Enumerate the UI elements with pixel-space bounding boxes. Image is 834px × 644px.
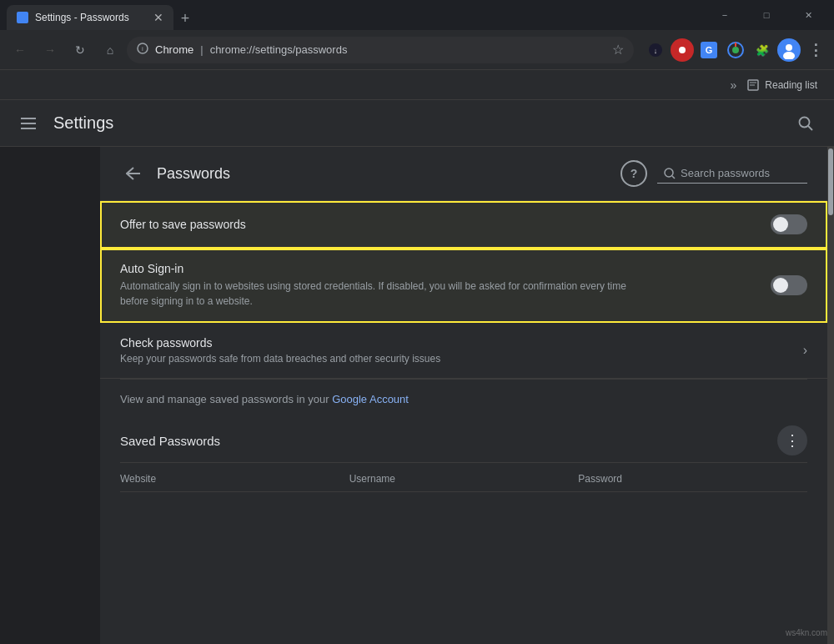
saved-passwords-label: Saved Passwords — [120, 434, 777, 448]
tab-close-button[interactable]: ✕ — [153, 11, 163, 24]
chrome-menu-icon[interactable]: ⋮ — [804, 38, 827, 62]
auto-signin-description: Automatically sign in to websites using … — [120, 279, 637, 309]
extension-download-icon[interactable]: ↓ — [644, 38, 667, 62]
settings-content: Passwords ? Search passwords Offe — [0, 147, 834, 644]
address-url: chrome://settings/passwords — [210, 43, 348, 56]
offer-save-slider — [771, 214, 807, 234]
close-button[interactable]: ✕ — [789, 2, 827, 28]
svg-point-21 — [800, 117, 810, 127]
passwords-header: Passwords ? Search passwords — [100, 147, 827, 201]
title-bar: Settings - Passwords ✕ + − □ ✕ — [0, 0, 834, 30]
back-button[interactable]: ← — [7, 37, 33, 63]
search-passwords-input[interactable]: Search passwords — [657, 164, 807, 184]
back-navigation-button[interactable] — [120, 160, 147, 187]
svg-text:i: i — [142, 45, 143, 53]
extension-chrome-icon[interactable] — [724, 38, 747, 62]
reading-list-label: Reading list — [765, 79, 817, 91]
column-website: Website — [120, 473, 349, 485]
forward-button[interactable]: → — [37, 37, 63, 63]
extension-record-icon[interactable] — [671, 38, 694, 62]
saved-passwords-header: Saved Passwords ⋮ — [120, 419, 807, 463]
settings-sections: Offer to save passwords Auto Sign-in Aut… — [100, 201, 827, 499]
saved-passwords-section: Saved Passwords ⋮ Website Username Passw… — [100, 412, 827, 499]
check-passwords-label: Check passwords — [120, 336, 803, 350]
extension-g-icon[interactable]: G — [697, 38, 721, 62]
svg-point-0 — [18, 13, 27, 22]
settings-page-title: Settings — [53, 113, 791, 133]
reading-list-bar: » Reading list — [0, 70, 834, 100]
bookmark-star-icon[interactable]: ☆ — [612, 42, 624, 58]
extensions-puzzle-icon[interactable]: 🧩 — [751, 38, 774, 62]
svg-point-13 — [786, 44, 792, 51]
tab-favicon — [17, 12, 28, 23]
scrollbar-thumb[interactable] — [828, 148, 833, 215]
search-passwords-placeholder: Search passwords — [681, 167, 770, 179]
home-button[interactable]: ⌂ — [97, 37, 123, 63]
reading-list-button[interactable]: Reading list — [740, 75, 824, 95]
address-brand: Chrome — [155, 43, 193, 56]
new-tab-button[interactable]: + — [173, 7, 197, 30]
help-button[interactable]: ? — [620, 160, 647, 187]
tab-title: Settings - Passwords — [35, 12, 147, 23]
toolbar-extensions: ↓ G 🧩 — [644, 38, 827, 62]
svg-point-10 — [732, 47, 739, 53]
profile-avatar[interactable] — [777, 38, 801, 62]
column-password: Password — [578, 473, 807, 485]
maximize-button[interactable]: □ — [747, 2, 786, 28]
svg-text:G: G — [706, 45, 713, 55]
watermark: ws4kn.com — [786, 628, 827, 637]
svg-text:↓: ↓ — [654, 47, 658, 55]
google-account-link[interactable]: Google Account — [332, 393, 409, 405]
browser-frame: Settings - Passwords ✕ + − □ ✕ ← → ↻ ⌂ i… — [0, 0, 834, 644]
passwords-page-title: Passwords — [157, 165, 620, 183]
minimize-button[interactable]: − — [706, 2, 744, 28]
check-passwords-chevron-icon: › — [803, 343, 807, 358]
reading-list-chevron[interactable]: » — [731, 78, 737, 92]
main-panel: Passwords ? Search passwords Offe — [100, 147, 827, 644]
svg-line-25 — [672, 176, 675, 179]
svg-line-22 — [808, 126, 812, 130]
address-bar-right: ☆ — [612, 42, 624, 58]
svg-point-24 — [665, 169, 673, 177]
auto-signin-slider — [771, 275, 807, 295]
offer-save-content: Offer to save passwords — [120, 218, 771, 231]
hamburger-menu-button[interactable] — [13, 108, 43, 138]
site-security-icon: i — [137, 43, 148, 57]
auto-signin-label: Auto Sign-in — [120, 262, 771, 275]
auto-signin-content: Auto Sign-in Automatically sign in to we… — [120, 262, 771, 309]
saved-passwords-more-button[interactable]: ⋮ — [777, 425, 807, 455]
offer-save-label: Offer to save passwords — [120, 218, 771, 231]
settings-sidebar — [0, 147, 100, 644]
column-username: Username — [349, 473, 579, 485]
auto-signin-row[interactable]: Auto Sign-in Automatically sign in to we… — [100, 249, 827, 323]
offer-save-toggle[interactable] — [771, 214, 807, 234]
check-passwords-content: Check passwords Keep your passwords safe… — [120, 336, 803, 365]
offer-save-passwords-row[interactable]: Offer to save passwords — [100, 201, 827, 249]
passwords-table-header: Website Username Password — [120, 463, 807, 492]
google-account-prefix: View and manage saved passwords in your — [120, 393, 332, 405]
address-separator: | — [200, 43, 203, 56]
google-account-row: View and manage saved passwords in your … — [100, 380, 827, 412]
active-tab[interactable]: Settings - Passwords ✕ — [7, 5, 173, 30]
browser-toolbar: ← → ↻ ⌂ i Chrome | chrome://settings/pas… — [0, 30, 834, 70]
reload-button[interactable]: ↻ — [67, 37, 93, 63]
check-passwords-row[interactable]: Check passwords Keep your passwords safe… — [100, 323, 827, 379]
auto-signin-toggle[interactable] — [771, 275, 807, 295]
svg-text:🧩: 🧩 — [756, 43, 770, 58]
check-passwords-description: Keep your passwords safe from data breac… — [120, 353, 803, 365]
window-controls: − □ ✕ — [706, 2, 827, 28]
settings-search-button[interactable] — [791, 108, 821, 138]
svg-point-6 — [679, 47, 686, 53]
scrollbar[interactable] — [827, 147, 834, 644]
settings-area: Settings Passwords ? — [0, 100, 834, 644]
address-bar[interactable]: i Chrome | chrome://settings/passwords ☆ — [127, 37, 634, 63]
header-actions: ? Search passwords — [620, 160, 807, 187]
settings-topbar: Settings — [0, 100, 834, 147]
tab-strip: Settings - Passwords ✕ + — [7, 0, 699, 30]
